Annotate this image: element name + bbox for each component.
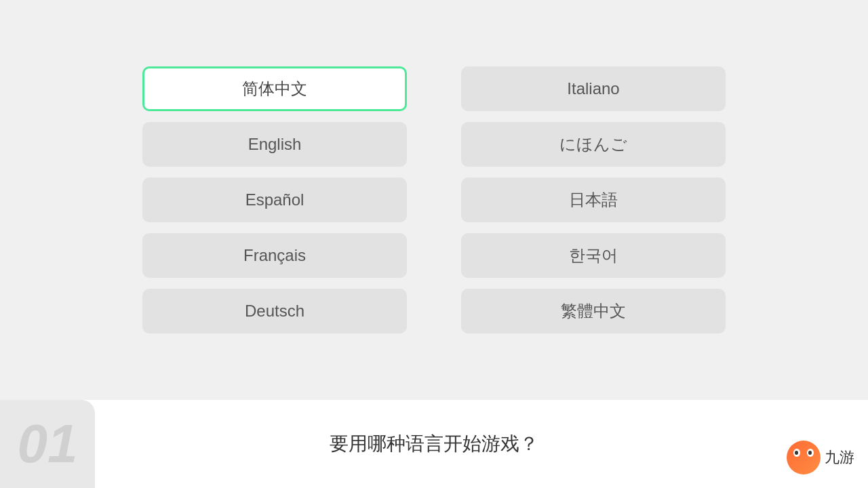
jiuyou-icon — [787, 441, 821, 474]
lang-btn-french[interactable]: Français — [142, 233, 407, 278]
lang-btn-korean[interactable]: 한국어 — [461, 233, 726, 278]
lang-btn-traditional-chinese[interactable]: 繁體中文 — [461, 289, 726, 333]
lang-btn-japanese-kanji[interactable]: 日本語 — [461, 178, 726, 222]
bottom-bar: 01 要用哪种语言开始游戏？ 九游 — [0, 400, 868, 488]
main-content: 简体中文 Italiano English にほんご Español 日本語 F… — [0, 0, 868, 400]
lang-btn-italian[interactable]: Italiano — [461, 66, 726, 111]
lang-btn-spanish[interactable]: Español — [142, 178, 407, 222]
eye-right-icon — [807, 449, 814, 457]
lang-btn-japanese-hiragana[interactable]: にほんご — [461, 122, 726, 167]
jiuyou-logo: 九游 — [787, 441, 854, 474]
eye-left-icon — [793, 449, 800, 457]
language-grid: 简体中文 Italiano English にほんご Español 日本語 F… — [142, 66, 726, 333]
bottom-question: 要用哪种语言开始游戏？ — [330, 431, 538, 457]
bottom-decoration: 01 — [0, 400, 95, 488]
jiuyou-text: 九游 — [825, 447, 854, 468]
lang-btn-simplified-chinese[interactable]: 简体中文 — [142, 66, 407, 111]
lang-btn-english[interactable]: English — [142, 122, 407, 167]
lang-btn-german[interactable]: Deutsch — [142, 289, 407, 333]
